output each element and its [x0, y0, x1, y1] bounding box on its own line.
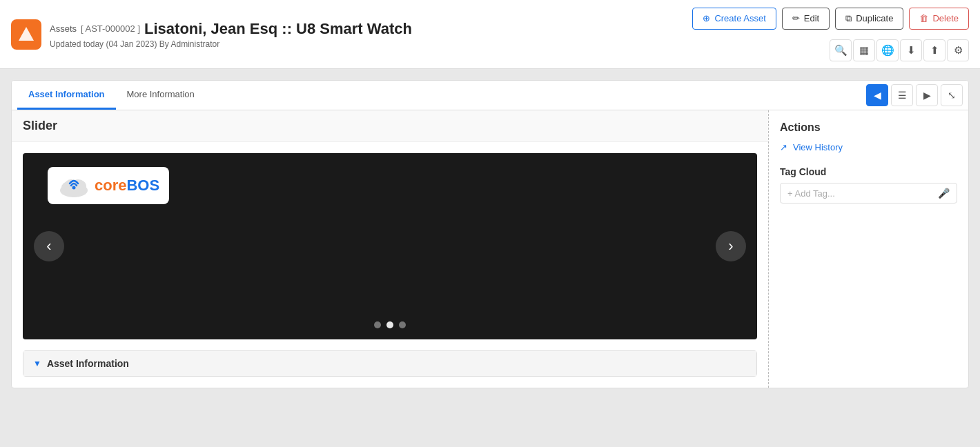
add-tag-placeholder: + Add Tag...	[787, 188, 934, 199]
add-tag-input[interactable]: + Add Tag... 🎤	[780, 183, 957, 203]
mic-icon: 🎤	[938, 188, 950, 199]
view-history-link[interactable]: ↗ View History	[780, 142, 957, 152]
logo-bos-text: BOS	[126, 177, 159, 195]
grid-button[interactable]: ▦	[853, 39, 875, 61]
trash-icon: 🗑	[919, 13, 928, 23]
main-card: Asset Information More Information ◀ ☰ ▶…	[11, 80, 969, 388]
create-asset-button[interactable]: ⊕ Create Asset	[692, 8, 776, 30]
duplicate-icon: ⧉	[845, 13, 852, 24]
duplicate-button[interactable]: ⧉ Duplicate	[835, 8, 903, 30]
tab-more-information[interactable]: More Information	[116, 81, 206, 110]
upload-button[interactable]: ⬆	[923, 39, 945, 61]
tabs: Asset Information More Information	[17, 81, 206, 110]
header: Assets [ AST-000002 ] Lisatoni, Jean Esq…	[0, 0, 980, 69]
tabs-container: Asset Information More Information ◀ ☰ ▶…	[12, 81, 968, 110]
slider-prev-button[interactable]: ‹	[34, 231, 64, 261]
globe-icon: 🌐	[881, 44, 894, 57]
gear-icon: ⚙	[954, 44, 963, 57]
chevron-left-icon: ◀	[874, 90, 881, 101]
tab-controls: ◀ ☰ ▶ ⤡	[866, 84, 963, 106]
search-icon: 🔍	[834, 44, 847, 57]
tab-asset-information[interactable]: Asset Information	[17, 81, 116, 110]
icon-toolbar: 🔍 ▦ 🌐 ⬇ ⬆ ⚙	[830, 39, 969, 61]
external-link-icon: ↗	[780, 142, 787, 152]
slider-dots	[374, 321, 406, 328]
slider-dot-1[interactable]	[374, 321, 381, 328]
content-sidebar: Actions ↗ View History Tag Cloud + Add T…	[768, 110, 968, 388]
upload-icon: ⬆	[930, 44, 939, 57]
list-tab-button[interactable]: ☰	[891, 84, 913, 106]
breadcrumb-title: Assets [ AST-000002 ] Lisatoni, Jean Esq…	[50, 20, 412, 49]
svg-marker-0	[19, 27, 34, 41]
tag-cloud-title: Tag Cloud	[780, 166, 957, 177]
download-icon: ⬇	[907, 44, 916, 57]
content-main: Slider	[12, 110, 768, 388]
slider-dot-3[interactable]	[399, 321, 406, 328]
globe-button[interactable]: 🌐	[876, 39, 899, 61]
breadcrumb-label: Assets	[50, 23, 77, 34]
record-title: Lisatoni, Jean Esq :: U8 Smart Watch	[144, 20, 412, 38]
asset-info-header[interactable]: ▼ Asset Information	[23, 351, 756, 376]
actions-title: Actions	[780, 121, 957, 134]
slider-wrapper: coreBOS ‹ ›	[23, 153, 757, 339]
collapse-icon: ▼	[33, 359, 41, 368]
main-content: Asset Information More Information ◀ ☰ ▶…	[0, 69, 980, 447]
list-icon: ☰	[898, 90, 907, 101]
expand-button[interactable]: ⤡	[941, 84, 963, 106]
slider-logo: coreBOS	[48, 167, 169, 204]
search-button[interactable]: 🔍	[830, 39, 852, 61]
record-id: [ AST-000002 ]	[81, 23, 140, 34]
asset-info-section: ▼ Asset Information	[23, 350, 757, 377]
svg-point-5	[72, 186, 76, 190]
settings-button[interactable]: ⚙	[947, 39, 969, 61]
grid-icon: ▦	[859, 44, 869, 57]
header-left: Assets [ AST-000002 ] Lisatoni, Jean Esq…	[11, 19, 412, 50]
slider-next-button[interactable]: ›	[716, 231, 746, 261]
prev-tab-button[interactable]: ◀	[866, 84, 888, 106]
logo-core-text: core	[95, 177, 126, 195]
next-tab-button[interactable]: ▶	[916, 84, 938, 106]
expand-icon: ⤡	[948, 90, 956, 101]
header-buttons: ⊕ Create Asset ✏ Edit ⧉ Duplicate 🗑 Dele…	[692, 8, 969, 30]
corebos-cloud-icon	[57, 172, 90, 199]
header-actions: ⊕ Create Asset ✏ Edit ⧉ Duplicate 🗑 Dele…	[692, 8, 969, 61]
edit-icon: ✏	[792, 13, 800, 23]
chevron-right-icon: ▶	[923, 90, 931, 101]
plus-icon: ⊕	[703, 13, 710, 23]
slider-dot-2[interactable]	[386, 321, 393, 328]
delete-button[interactable]: 🗑 Delete	[909, 8, 969, 30]
edit-button[interactable]: ✏ Edit	[782, 8, 830, 30]
content-area: Slider	[12, 110, 968, 388]
asset-info-title: Asset Information	[47, 358, 129, 369]
download-button[interactable]: ⬇	[900, 39, 922, 61]
slider-header: Slider	[12, 110, 768, 142]
updated-meta: Updated today (04 Jan 2023) By Administr…	[50, 39, 412, 49]
app-icon	[11, 19, 41, 50]
